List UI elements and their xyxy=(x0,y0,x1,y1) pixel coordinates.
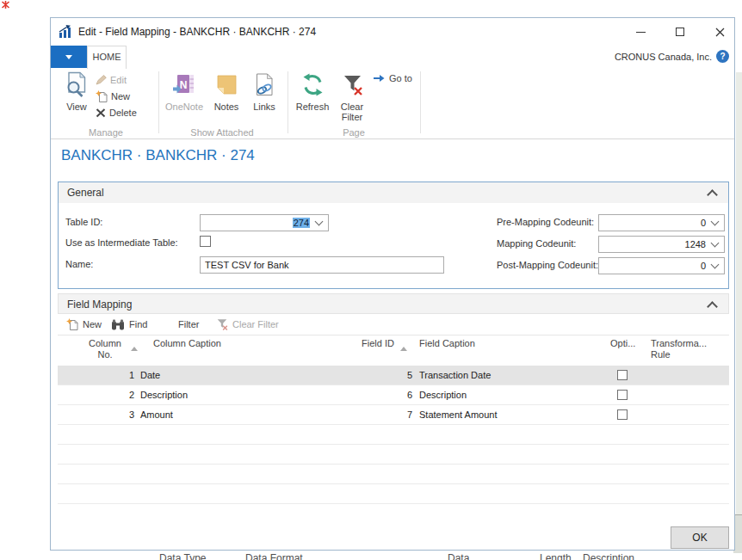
toolbar-find-button[interactable]: Find xyxy=(111,314,147,335)
notes-button[interactable]: Notes xyxy=(209,70,244,99)
name-input[interactable] xyxy=(200,256,444,274)
table-row[interactable]: 1Date5Transaction Date xyxy=(58,366,729,385)
tab-home[interactable]: HOME xyxy=(87,46,127,69)
table-id-label: Table ID: xyxy=(65,217,102,227)
background-column-data: Data xyxy=(448,552,469,560)
view-button[interactable]: View xyxy=(59,70,94,99)
column-header-optional[interactable]: Opti... xyxy=(610,338,635,349)
column-header-field-id[interactable]: Field ID xyxy=(336,338,394,349)
collapse-icon xyxy=(707,189,718,200)
general-header[interactable]: General xyxy=(59,182,728,203)
toolbar-new-button[interactable]: New xyxy=(66,314,102,335)
minimize-button[interactable] xyxy=(628,20,653,44)
new-button[interactable]: New xyxy=(96,88,130,104)
cell-field-id: 6 xyxy=(354,390,412,400)
toolbar-filter-button[interactable]: Filter xyxy=(178,314,199,335)
intermediate-table-checkbox[interactable] xyxy=(200,236,211,247)
table-row[interactable]: 3Amount7Statement Amount xyxy=(58,405,729,425)
name-label: Name: xyxy=(65,259,93,269)
cell-field-caption: Transaction Date xyxy=(419,370,491,380)
nav-app-icon xyxy=(59,25,72,42)
field-mapping-header-label: Field Mapping xyxy=(67,298,132,311)
background-column-length: Length xyxy=(540,552,572,560)
optional-checkbox[interactable] xyxy=(617,409,628,420)
ok-button[interactable]: OK xyxy=(671,526,729,549)
empty-table-row[interactable] xyxy=(58,425,729,445)
toolbar-clear-filter-button[interactable]: Clear Filter xyxy=(216,314,279,335)
title-bar: Edit - Field Mapping - BANKCHR · BANKCHR… xyxy=(51,18,734,46)
ribbon-separator xyxy=(420,71,421,133)
empty-table-row[interactable] xyxy=(58,465,729,484)
goto-button[interactable]: Go to xyxy=(373,73,412,83)
intermediate-table-label: Use as Intermediate Table: xyxy=(65,237,178,248)
links-icon xyxy=(247,70,281,99)
column-header-column-no[interactable]: Column No. xyxy=(85,338,125,360)
maximize-button[interactable] xyxy=(667,20,693,44)
show-attached-group-label: Show Attached xyxy=(161,127,283,138)
onenote-icon: N xyxy=(161,70,207,99)
close-button[interactable] xyxy=(707,20,733,44)
notes-label: Notes xyxy=(209,102,244,112)
field-mapping-header[interactable]: Field Mapping xyxy=(58,293,729,314)
background-red-mark-icon xyxy=(1,0,10,14)
cell-column-caption: Date xyxy=(140,370,160,380)
optional-checkbox[interactable] xyxy=(617,370,628,380)
post-mapping-codeunit-combobox[interactable]: 0 xyxy=(598,257,725,274)
optional-checkbox[interactable] xyxy=(617,390,628,400)
field-mapping-window: Edit - Field Mapping - BANKCHR · BANKCHR… xyxy=(50,17,735,551)
mapping-codeunit-combobox[interactable]: 1248 xyxy=(598,236,725,253)
background-column-data-format: Data Format xyxy=(245,552,303,560)
column-header-transformation-rule[interactable]: Transforma... Rule xyxy=(651,338,720,360)
goto-arrow-icon xyxy=(373,74,385,83)
background-window-edge xyxy=(736,72,742,551)
collapse-icon xyxy=(707,301,718,312)
refresh-icon xyxy=(294,70,331,99)
background-column-description: Description xyxy=(583,552,634,560)
edit-icon xyxy=(96,74,107,85)
column-header-column-caption[interactable]: Column Caption xyxy=(153,338,221,349)
minimize-icon xyxy=(636,32,646,33)
sort-ascending-icon xyxy=(400,347,407,351)
new-label: New xyxy=(111,91,130,102)
clear-filter-button[interactable]: Clear Filter xyxy=(333,70,371,99)
application-menu-button[interactable] xyxy=(51,46,87,68)
screen: Data Type Data Format Data Length Descri… xyxy=(0,0,742,560)
cell-column-caption: Amount xyxy=(140,409,173,420)
empty-table-row[interactable] xyxy=(58,445,729,465)
pre-mapping-codeunit-value: 0 xyxy=(701,218,706,228)
pre-mapping-codeunit-combobox[interactable]: 0 xyxy=(598,214,725,231)
column-header-field-caption[interactable]: Field Caption xyxy=(419,338,475,349)
chevron-down-icon xyxy=(711,218,720,226)
cell-field-caption: Description xyxy=(419,390,467,400)
maximize-icon xyxy=(676,28,684,36)
ribbon-separator xyxy=(288,71,288,133)
post-mapping-codeunit-label: Post-Mapping Codeunit: xyxy=(497,260,598,270)
goto-label: Go to xyxy=(389,73,412,83)
find-icon xyxy=(111,319,125,330)
onenote-button[interactable]: N OneNote xyxy=(161,70,207,99)
toolbar-clear-filter-label: Clear Filter xyxy=(232,319,279,329)
table-row[interactable]: 2Description6Description xyxy=(58,385,729,405)
mapping-codeunit-label: Mapping Codeunit: xyxy=(497,238,576,249)
view-label: View xyxy=(59,102,94,112)
help-icon[interactable]: ? xyxy=(716,50,729,63)
field-mapping-toolbar: New Find Filter xyxy=(58,314,729,335)
new-icon xyxy=(66,318,78,330)
notes-icon xyxy=(209,70,244,99)
cell-column-caption: Description xyxy=(140,390,188,400)
post-mapping-codeunit-value: 0 xyxy=(701,261,706,271)
cell-field-caption: Statement Amount xyxy=(419,409,498,420)
delete-button[interactable]: Delete xyxy=(96,104,137,120)
links-button[interactable]: Links xyxy=(247,70,281,99)
caret-down-icon xyxy=(65,55,72,59)
clear-filter-icon xyxy=(216,318,228,330)
refresh-button[interactable]: Refresh xyxy=(294,70,331,99)
empty-table-row[interactable] xyxy=(58,484,729,504)
chevron-down-icon xyxy=(315,218,324,226)
chevron-down-icon xyxy=(711,261,720,269)
clear-filter-label: Clear Filter xyxy=(333,102,371,122)
links-label: Links xyxy=(247,102,281,112)
toolbar-filter-label: Filter xyxy=(178,319,199,329)
table-id-combobox[interactable]: 274 xyxy=(200,214,329,231)
edit-button[interactable]: Edit xyxy=(96,71,127,88)
